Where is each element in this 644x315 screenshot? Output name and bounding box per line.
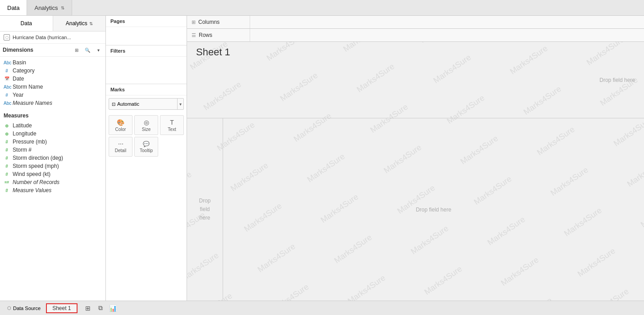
datasource-icon: ⬡ — [4, 34, 10, 40]
middle-panel: Pages Filters Marks ⊡ Automatic ▾ — [106, 16, 187, 301]
field-measure-names[interactable]: Abc Measure Names — [0, 99, 105, 107]
field-icon-date: 📅 — [4, 76, 10, 81]
tab-analytics[interactable]: Analytics ⇅ — [27, 0, 72, 15]
detail-icon: ⋯ — [118, 141, 123, 147]
field-label-wind-speed: Wind speed (kt) — [13, 171, 50, 177]
drop-field-left-label: Dropfieldhere — [199, 197, 210, 223]
field-icon-storm-num: # — [4, 148, 10, 153]
field-icon-basin: Abc — [4, 60, 10, 65]
tooltip-icon: 💬 — [143, 141, 150, 147]
field-label-longitude: Longitude — [13, 130, 37, 137]
new-sheet-icon-btn[interactable]: ⊞ — [83, 303, 93, 313]
field-icon-latitude: ⊕ — [4, 123, 10, 128]
field-date[interactable]: 📅 Date — [0, 75, 105, 83]
field-storm-direction[interactable]: # Storm direction (deg) — [0, 154, 105, 162]
field-icon-num-records: ≡# — [4, 180, 10, 184]
datasource-bottom-tab[interactable]: ⬡ Data Source — [4, 306, 44, 311]
field-icon-pressure: # — [4, 140, 10, 144]
drop-field-right-label: Drop field here — [416, 207, 452, 213]
field-label-pressure: Pressure (mb) — [13, 139, 47, 145]
marks-size-btn[interactable]: ◎ Size — [134, 115, 158, 135]
sort-btn[interactable]: ▾ — [94, 45, 103, 54]
marks-buttons-grid: 🎨 Color ◎ Size T Text ⋯ Detail — [106, 112, 187, 159]
field-label-storm-speed: Storm speed (mph) — [13, 163, 59, 169]
analytics-panel-sort-icon: ⇅ — [89, 21, 93, 26]
field-label-basin: Basin — [13, 59, 26, 66]
field-storm-num[interactable]: # Storm # — [0, 146, 105, 154]
field-label-num-records: Number of Records — [13, 179, 59, 185]
field-label-year: Year — [13, 92, 23, 98]
rows-drop-area[interactable] — [250, 29, 644, 41]
field-year[interactable]: # Year — [0, 91, 105, 99]
dimensions-toolbar: Dimensions ⊞ 🔍 ▾ — [0, 44, 105, 57]
field-icon-measure-names: Abc — [4, 101, 10, 106]
pages-section: Pages — [106, 16, 187, 45]
bottom-icons: ⊞ ⧉ 📊 — [83, 303, 118, 313]
columns-row: ⊞ Columns — [187, 16, 644, 29]
marks-type-dropdown[interactable]: ⊡ Automatic ▾ — [109, 98, 184, 110]
field-label-storm-name: Storm Name — [13, 84, 43, 90]
canvas-area[interactable]: Marks4SureMarks4SureMarks4SureMarks4Sure… — [187, 42, 644, 301]
drop-field-right[interactable]: Drop field here — [223, 118, 644, 301]
datasource-bottom-icon: ⬡ — [7, 306, 11, 310]
grid-view-btn[interactable]: ⊞ — [72, 45, 81, 54]
tab-data[interactable]: Data — [0, 0, 27, 15]
tab-sort-icon: ⇅ — [61, 5, 64, 10]
field-icon-storm-direction: # — [4, 156, 10, 161]
measures-header: Measures — [0, 111, 105, 120]
new-dashboard-btn[interactable]: 📊 — [108, 303, 118, 313]
field-wind-speed[interactable]: # Wind speed (kt) — [0, 170, 105, 178]
search-btn[interactable]: 🔍 — [83, 45, 92, 54]
marks-text-btn[interactable]: T Text — [160, 115, 184, 135]
field-latitude[interactable]: ⊕ Latitude — [0, 122, 105, 130]
field-label-category: Category — [13, 68, 35, 74]
field-num-records[interactable]: ≡# Number of Records — [0, 178, 105, 186]
columns-drop-area[interactable] — [250, 16, 644, 28]
text-icon: T — [170, 119, 174, 126]
sheet1-tab-label: Sheet 1 — [52, 305, 71, 311]
field-label-latitude: Latitude — [13, 122, 32, 129]
size-label: Size — [142, 127, 151, 132]
bottom-bar: ⬡ Data Source Sheet 1 ⊞ ⧉ 📊 — [0, 301, 644, 315]
pages-body — [106, 27, 187, 45]
field-storm-speed[interactable]: # Storm speed (mph) — [0, 162, 105, 170]
drop-field-top[interactable]: Drop field here — [187, 42, 644, 118]
analytics-panel-tab[interactable]: Analytics ⇅ — [53, 16, 106, 31]
measures-section: ⊕ Latitude ⊕ Longitude # Pressure (mb) #… — [0, 120, 105, 196]
datasource-row[interactable]: ⬡ Hurricane Data (hurrican... — [0, 32, 105, 44]
marks-type-label: ⊡ Automatic — [109, 101, 177, 107]
field-icon-storm-speed: # — [4, 164, 10, 169]
field-icon-storm-name: Abc — [4, 85, 10, 90]
tab-data-label: Data — [7, 4, 19, 11]
field-icon-wind-speed: # — [4, 172, 10, 177]
marks-color-btn[interactable]: 🎨 Color — [109, 115, 132, 135]
sheet-title: Sheet 1 — [196, 46, 230, 58]
tab-analytics-label: Analytics — [34, 4, 58, 11]
color-icon: 🎨 — [117, 119, 124, 126]
field-longitude[interactable]: ⊕ Longitude — [0, 130, 105, 138]
field-category[interactable]: # Category — [0, 67, 105, 75]
tooltip-label: Tooltip — [140, 148, 153, 153]
marks-detail-btn[interactable]: ⋯ Detail — [109, 137, 132, 157]
duplicate-sheet-btn[interactable]: ⧉ — [96, 303, 105, 313]
field-measure-values[interactable]: # Measure Values — [0, 186, 105, 194]
top-tab-bar: Data Analytics ⇅ — [0, 0, 644, 16]
pages-title: Pages — [106, 16, 187, 27]
canvas-panel: ⊞ Columns ☰ Rows Marks4SureMarks4SureMar… — [187, 16, 644, 301]
filters-body — [106, 57, 187, 84]
field-label-storm-num: Storm # — [13, 147, 32, 153]
data-panel-tab[interactable]: Data — [0, 16, 53, 31]
marks-dropdown-arrow[interactable]: ▾ — [177, 99, 183, 109]
field-pressure[interactable]: # Pressure (mb) — [0, 138, 105, 146]
columns-label-text: Columns — [198, 19, 219, 25]
sheet1-tab[interactable]: Sheet 1 — [46, 303, 77, 313]
field-icon-category: # — [4, 68, 10, 73]
field-icon-longitude: ⊕ — [4, 131, 10, 136]
marks-section: Marks ⊡ Automatic ▾ 🎨 Color ◎ Size — [106, 84, 187, 301]
drop-field-left[interactable]: Dropfieldhere — [187, 118, 223, 301]
field-storm-name[interactable]: Abc Storm Name — [0, 83, 105, 91]
main-content: Data Analytics ⇅ ⬡ Hurricane Data (hurri… — [0, 16, 644, 301]
datasource-name: Hurricane Data (hurrican... — [13, 35, 71, 40]
marks-tooltip-btn[interactable]: 💬 Tooltip — [134, 137, 158, 157]
field-basin[interactable]: Abc Basin — [0, 58, 105, 67]
